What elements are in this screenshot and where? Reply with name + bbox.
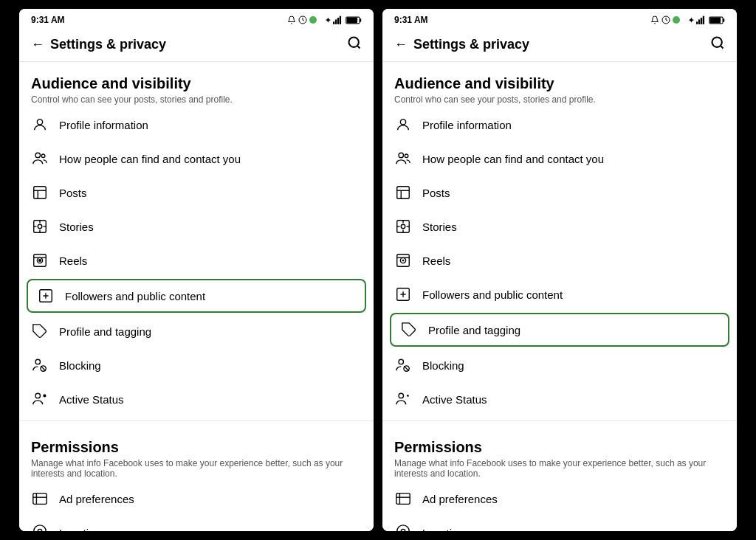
- status-icons-1: ✦: [287, 15, 362, 24]
- svg-point-49: [399, 153, 403, 157]
- menu-item-active-status-1[interactable]: Active Status: [19, 382, 374, 416]
- blocking-svg-2: [395, 357, 411, 373]
- menu-label-location-1: Location: [59, 527, 101, 532]
- svg-point-11: [41, 154, 45, 158]
- divider-1: [19, 420, 374, 421]
- audience-section-header-2: Audience and visibility Control who can …: [382, 62, 737, 108]
- menu-label-ad-prefs-1: Ad preferences: [59, 493, 134, 505]
- active-status-svg-2: [395, 391, 411, 407]
- phone-screen-1: 9:31 AM ✦ ← Settings & privacy Audience …: [19, 9, 374, 531]
- svg-rect-4: [340, 16, 341, 24]
- reels-svg-2: [395, 252, 411, 269]
- bluetooth-icon-1: ✦: [325, 16, 331, 24]
- permissions-title-2: Permissions: [394, 439, 725, 456]
- search-button-2[interactable]: [710, 35, 725, 54]
- menu-item-reels-1[interactable]: Reels: [19, 243, 374, 277]
- menu-label-followers-1: Followers and public content: [65, 290, 205, 302]
- content-1: Audience and visibility Control who can …: [19, 62, 374, 531]
- dot-icon-1: [309, 16, 317, 24]
- reels-icon-1: [31, 252, 49, 269]
- menu-label-profile-info-2: Profile information: [422, 119, 512, 131]
- followers-svg-1: [38, 288, 54, 304]
- menu-item-location-1[interactable]: Location: [19, 516, 374, 531]
- posts-svg-2: [395, 184, 411, 201]
- menu-label-profile-tagging-1: Profile and tagging: [59, 325, 151, 338]
- svg-point-48: [400, 120, 405, 125]
- permissions-section-header-1: Permissions Manage what info Facebook us…: [19, 426, 374, 482]
- signal-icon-1: [333, 15, 343, 24]
- svg-point-37: [38, 529, 42, 531]
- svg-rect-45: [723, 18, 724, 21]
- search-button-1[interactable]: [347, 35, 362, 54]
- status-time-1: 9:31 AM: [31, 15, 65, 25]
- audience-title-1: Audience and visibility: [31, 75, 362, 92]
- svg-rect-42: [701, 18, 702, 24]
- back-button-2[interactable]: ←: [394, 37, 408, 52]
- menu-item-ad-prefs-2[interactable]: Ad preferences: [382, 482, 737, 516]
- svg-point-71: [399, 393, 403, 398]
- menu-label-blocking-1: Blocking: [59, 359, 101, 372]
- menu-item-location-2[interactable]: Location: [382, 516, 737, 531]
- svg-rect-46: [709, 17, 721, 22]
- menu-label-reels-1: Reels: [59, 255, 87, 267]
- svg-point-9: [37, 120, 42, 125]
- svg-rect-40: [696, 21, 698, 24]
- blocking-icon-2: [394, 356, 412, 374]
- stories-svg-1: [32, 218, 48, 235]
- ad-svg-1: [32, 491, 48, 507]
- followers-svg-2: [395, 286, 411, 302]
- menu-label-profile-info-1: Profile information: [59, 119, 148, 131]
- svg-point-23: [39, 260, 41, 262]
- posts-svg-1: [32, 184, 48, 201]
- menu-item-reels-2[interactable]: Reels: [382, 243, 737, 277]
- svg-rect-73: [396, 494, 410, 505]
- active-status-svg-1: [32, 391, 48, 407]
- blocking-svg-1: [32, 357, 48, 373]
- location-svg-2: [395, 525, 411, 531]
- permissions-title-1: Permissions: [31, 439, 362, 456]
- menu-item-posts-1[interactable]: Posts: [19, 176, 374, 210]
- menu-label-ad-prefs-2: Ad preferences: [422, 493, 498, 505]
- menu-item-posts-2[interactable]: Posts: [382, 176, 737, 210]
- svg-rect-1: [333, 21, 334, 24]
- menu-item-followers-1[interactable]: Followers and public content: [27, 279, 366, 313]
- ad-icon-2: [394, 490, 412, 508]
- svg-rect-43: [703, 16, 704, 24]
- bluetooth-icon-2: ✦: [688, 16, 694, 24]
- menu-item-profile-tagging-2[interactable]: Profile and tagging: [390, 313, 729, 347]
- alarm-icon-1: [298, 15, 307, 24]
- search-icon-2: [710, 35, 725, 50]
- phone-screen-2: 9:31 AM ✦ ← Settings & privacy Audience …: [382, 9, 737, 531]
- dot-icon-2: [673, 16, 680, 24]
- back-button-1[interactable]: ←: [31, 37, 44, 52]
- menu-item-active-status-2[interactable]: Active Status: [382, 382, 737, 416]
- profile-icon-1: [31, 116, 49, 134]
- svg-point-76: [401, 529, 405, 531]
- blocking-icon-1: [31, 356, 49, 374]
- menu-item-stories-1[interactable]: Stories: [19, 210, 374, 243]
- menu-item-find-contact-1[interactable]: How people can find and contact you: [19, 142, 374, 176]
- ad-svg-2: [395, 491, 411, 507]
- menu-item-stories-2[interactable]: Stories: [382, 210, 737, 243]
- svg-point-68: [399, 359, 403, 364]
- menu-item-profile-tagging-1[interactable]: Profile and tagging: [19, 314, 374, 348]
- location-svg-1: [32, 525, 48, 531]
- active-status-icon-2: [394, 390, 412, 408]
- menu-item-find-contact-2[interactable]: How people can find and contact you: [382, 142, 737, 176]
- posts-icon-2: [394, 184, 412, 201]
- bell-icon-1: [287, 15, 296, 24]
- tagging-icon-2: [400, 321, 418, 339]
- svg-rect-2: [335, 19, 337, 24]
- active-status-icon-1: [31, 390, 49, 408]
- menu-item-ad-prefs-1[interactable]: Ad preferences: [19, 482, 374, 516]
- menu-label-blocking-2: Blocking: [422, 359, 464, 372]
- menu-item-blocking-2[interactable]: Blocking: [382, 348, 737, 382]
- divider-2: [382, 420, 737, 421]
- menu-item-profile-info-1[interactable]: Profile information: [19, 108, 374, 142]
- menu-item-blocking-1[interactable]: Blocking: [19, 348, 374, 382]
- alarm-icon-2: [662, 15, 670, 24]
- profile-icon-2: [394, 116, 412, 134]
- status-bar-2: 9:31 AM ✦: [382, 9, 737, 30]
- menu-item-followers-2[interactable]: Followers and public content: [382, 277, 737, 311]
- menu-item-profile-info-2[interactable]: Profile information: [382, 108, 737, 142]
